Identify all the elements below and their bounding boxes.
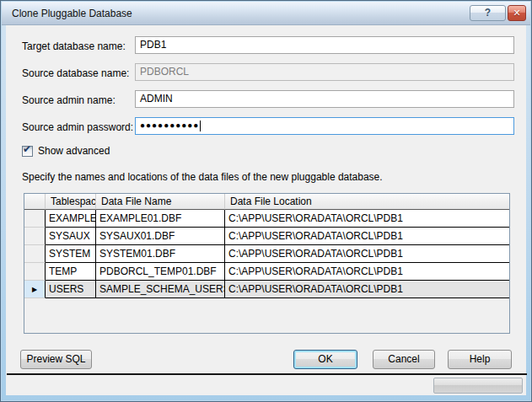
cell-data-file-location: C:\APP\USER\ORADATA\ORCL\PDB1 <box>225 281 509 298</box>
source-database-name-input: PDBORCL <box>135 63 514 81</box>
help-icon[interactable]: ? <box>470 5 506 21</box>
cell-tablespace: EXAMPLE <box>46 210 96 228</box>
title-bar[interactable]: Clone Pluggable Database <box>2 2 530 25</box>
close-icon[interactable]: ✕ <box>508 5 526 21</box>
clone-pluggable-database-dialog: Clone Pluggable Database ? ✕ Target data… <box>0 0 532 402</box>
target-database-name-label: Target database name: <box>22 40 126 52</box>
help-button[interactable]: Help <box>448 350 512 369</box>
cell-data-file-location: C:\APP\USER\ORADATA\ORCL\PDB1 <box>225 228 509 245</box>
window-title: Clone Pluggable Database <box>12 8 132 19</box>
cell-data-file-location: C:\APP\USER\ORADATA\ORCL\PDB1 <box>225 245 509 263</box>
password-masked-value: ●●●●●●●●●● <box>140 121 199 130</box>
cell-data-file-name: SAMPLE_SCHEMA_USERS01.DBF <box>96 281 225 298</box>
cell-tablespace: SYSTEM <box>46 245 96 263</box>
header-data-file-location[interactable]: Data File Location <box>225 194 509 210</box>
cell-tablespace: USERS <box>46 281 96 298</box>
disabled-blank-button <box>433 378 523 394</box>
row-selector-cell <box>24 228 46 245</box>
row-selector-cell: ▶ <box>24 281 46 298</box>
source-database-name-label: Source database name: <box>22 67 129 79</box>
table-row[interactable]: TEMP PDBORCL_TEMP01.DBF C:\APP\USER\ORAD… <box>24 263 509 281</box>
datafiles-table: Tablespace Data File Name Data File Loca… <box>24 193 510 334</box>
row-selector-cell <box>24 263 46 281</box>
show-advanced-label[interactable]: Show advanced <box>38 145 110 157</box>
cell-data-file-name: EXAMPLE01.DBF <box>96 210 225 228</box>
table-body: EXAMPLE EXAMPLE01.DBF C:\APP\USER\ORADAT… <box>24 210 509 298</box>
cancel-button[interactable]: Cancel <box>373 350 435 369</box>
show-advanced-checkbox[interactable]: ✔ <box>22 146 33 157</box>
cell-data-file-location: C:\APP\USER\ORADATA\ORCL\PDB1 <box>225 263 509 281</box>
header-row-selector <box>24 194 46 210</box>
cell-tablespace: TEMP <box>46 263 96 281</box>
table-row[interactable]: SYSAUX SYSAUX01.DBF C:\APP\USER\ORADATA\… <box>24 228 509 245</box>
cell-data-file-name: SYSTEM01.DBF <box>96 245 225 263</box>
target-database-name-input[interactable]: PDB1 <box>135 36 514 54</box>
source-admin-password-input[interactable]: ●●●●●●●●●● <box>135 117 514 135</box>
row-selector-cell <box>24 245 46 263</box>
bottom-separator <box>7 373 527 375</box>
preview-sql-button[interactable]: Preview SQL <box>20 350 92 369</box>
checkmark-icon: ✔ <box>23 143 31 155</box>
table-row[interactable]: ▶ USERS SAMPLE_SCHEMA_USERS01.DBF C:\APP… <box>24 281 509 298</box>
row-selector-cell <box>24 210 46 228</box>
source-admin-name-input[interactable]: ADMIN <box>135 90 514 108</box>
table-row[interactable]: SYSTEM SYSTEM01.DBF C:\APP\USER\ORADATA\… <box>24 245 509 263</box>
header-data-file-name[interactable]: Data File Name <box>96 194 225 210</box>
cell-data-file-name: PDBORCL_TEMP01.DBF <box>96 263 225 281</box>
cell-tablespace: SYSAUX <box>46 228 96 245</box>
cell-data-file-location: C:\APP\USER\ORADATA\ORCL\PDB1 <box>225 210 509 228</box>
cell-data-file-name: SYSAUX01.DBF <box>96 228 225 245</box>
table-row[interactable]: EXAMPLE EXAMPLE01.DBF C:\APP\USER\ORADAT… <box>24 210 509 228</box>
source-admin-password-label: Source admin password: <box>22 121 133 133</box>
datafiles-description: Specify the names and locations of the d… <box>22 171 383 183</box>
table-header-row: Tablespace Data File Name Data File Loca… <box>24 194 509 210</box>
ok-button[interactable]: OK <box>293 350 357 369</box>
header-tablespace[interactable]: Tablespace <box>46 194 96 210</box>
source-admin-name-label: Source admin name: <box>22 94 116 106</box>
text-caret <box>200 121 201 131</box>
